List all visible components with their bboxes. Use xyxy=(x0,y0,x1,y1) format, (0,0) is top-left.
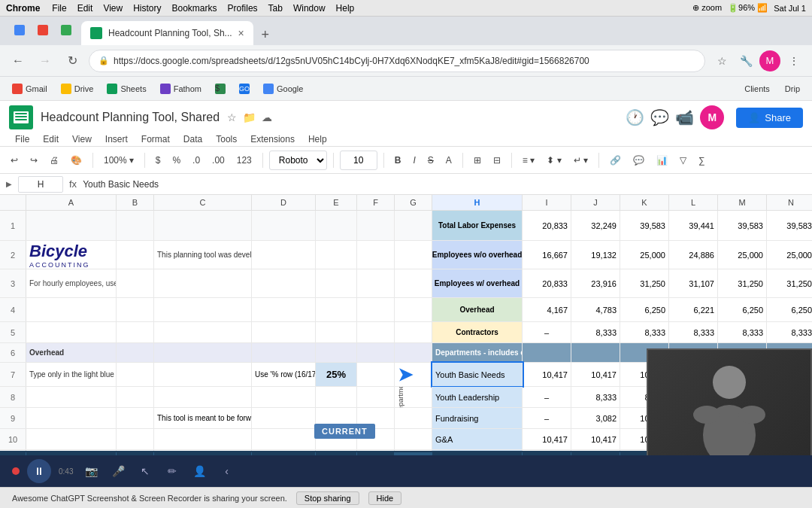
bm-dollar[interactable]: $ xyxy=(209,80,232,98)
cell-j2[interactable]: 19,132 xyxy=(571,241,620,269)
col-c[interactable]: C xyxy=(154,195,252,210)
cell-m3[interactable]: 31,250 xyxy=(718,269,767,297)
cell-m1[interactable]: 39,583 xyxy=(718,211,767,240)
cell-k4[interactable]: 6,250 xyxy=(620,298,669,321)
currency-button[interactable]: $ xyxy=(151,151,165,170)
menu-insert[interactable]: Insert xyxy=(99,132,134,146)
tab-other-1[interactable] xyxy=(9,20,30,41)
back-button[interactable]: ← xyxy=(8,50,29,71)
menu-edit[interactable]: Edit xyxy=(77,3,93,14)
borders-button[interactable]: ⊞ xyxy=(469,151,486,170)
cell-n3[interactable]: 31,250 xyxy=(767,269,812,297)
tab-close-button[interactable]: × xyxy=(238,27,244,39)
menu-data[interactable]: Data xyxy=(177,132,208,146)
person-tool[interactable]: 👤 xyxy=(189,461,210,482)
menu-format[interactable]: Format xyxy=(135,132,176,146)
col-n[interactable]: N xyxy=(767,195,812,210)
col-f[interactable]: F xyxy=(357,195,395,210)
bm-drive[interactable]: Drive xyxy=(55,80,100,98)
bm-google[interactable]: Google xyxy=(257,80,309,98)
paint-format-button[interactable]: 🎨 xyxy=(66,151,86,170)
bm-fathom[interactable]: Fathom xyxy=(154,80,208,98)
menu-extensions[interactable]: Extensions xyxy=(244,132,301,146)
cell-k3[interactable]: 31,250 xyxy=(620,269,669,297)
hide-button[interactable]: Hide xyxy=(368,491,402,505)
cell-l2[interactable]: 24,886 xyxy=(669,241,718,269)
cell-n5[interactable]: 8,333 xyxy=(767,322,812,342)
menu-view[interactable]: View xyxy=(103,3,123,14)
col-i[interactable]: I xyxy=(523,195,571,210)
menu-profiles[interactable]: Profiles xyxy=(228,3,258,14)
menu-edit[interactable]: Edit xyxy=(37,132,65,146)
collapse-tool[interactable]: ‹ xyxy=(216,461,237,482)
menu-help[interactable]: Help xyxy=(336,3,355,14)
decrease-decimal-button[interactable]: .0 xyxy=(188,151,205,170)
cell-i3[interactable]: 20,833 xyxy=(523,269,571,297)
comment-button[interactable]: 💬 xyxy=(629,151,649,170)
align-button[interactable]: ≡ ▾ xyxy=(518,151,539,170)
wrap-button[interactable]: ↵ ▾ xyxy=(569,151,592,170)
cell-i9[interactable]: – xyxy=(523,408,571,428)
font-selector[interactable]: Roboto xyxy=(269,151,327,170)
menu-view[interactable]: View xyxy=(66,132,98,146)
share-button[interactable]: 👤 Share xyxy=(736,108,803,128)
cell-j1[interactable]: 32,249 xyxy=(571,211,620,240)
font-size-input[interactable] xyxy=(340,151,377,170)
cell-k5[interactable]: 8,333 xyxy=(620,322,669,342)
forward-button[interactable]: → xyxy=(35,50,56,71)
cell-h10-ga[interactable]: G&A xyxy=(432,429,523,449)
number-format-button[interactable]: 123 xyxy=(232,151,256,170)
menu-file[interactable]: File xyxy=(52,3,66,14)
cell-i1[interactable]: 20,833 xyxy=(523,211,571,240)
refresh-button[interactable]: ↻ xyxy=(62,50,83,71)
menu-tools[interactable]: Tools xyxy=(210,132,243,146)
cell-l3[interactable]: 31,107 xyxy=(669,269,718,297)
cell-n2[interactable]: 25,000 xyxy=(767,241,812,269)
cell-k2[interactable]: 25,000 xyxy=(620,241,669,269)
menu-window[interactable]: Window xyxy=(293,3,326,14)
cell-k1[interactable]: 39,583 xyxy=(620,211,669,240)
percent-button[interactable]: % xyxy=(168,151,185,170)
col-e[interactable]: E xyxy=(316,195,357,210)
cell-i2[interactable]: 16,667 xyxy=(523,241,571,269)
bm-sheets[interactable]: Sheets xyxy=(101,80,152,98)
mic-tool[interactable]: 🎤 xyxy=(108,461,129,482)
zoom-selector[interactable]: 100% ▾ xyxy=(99,151,138,170)
cell-j5[interactable]: 8,333 xyxy=(571,322,620,342)
cell-h8-youth-leadership[interactable]: Youth Leadership xyxy=(432,387,523,407)
formula-content[interactable]: Youth Basic Needs xyxy=(83,179,806,190)
cell-l5[interactable]: 8,333 xyxy=(669,322,718,342)
tab-other-3[interactable] xyxy=(56,20,77,41)
history-icon[interactable]: 🕐 xyxy=(626,108,644,126)
cell-i7[interactable]: 10,417 xyxy=(523,363,571,386)
pause-button[interactable]: ⏸ xyxy=(27,459,51,483)
undo-button[interactable]: ↩ xyxy=(6,151,23,170)
move-icon[interactable]: 📁 xyxy=(243,111,256,123)
cell-reference-box[interactable]: H xyxy=(18,176,63,193)
user-avatar[interactable]: M xyxy=(700,105,724,129)
active-tab[interactable]: Headcount Planning Tool, Sh... × xyxy=(81,21,253,45)
col-d[interactable]: D xyxy=(252,195,316,210)
col-k[interactable]: K xyxy=(620,195,669,210)
cell-m5[interactable]: 8,333 xyxy=(718,322,767,342)
col-h[interactable]: H xyxy=(432,195,523,210)
cell-j10[interactable]: 10,417 xyxy=(571,429,620,449)
cell-n4[interactable]: 6,250 xyxy=(767,298,812,321)
menu-tab[interactable]: Tab xyxy=(268,3,283,14)
menu-file[interactable]: File xyxy=(9,132,35,146)
merge-button[interactable]: ⊟ xyxy=(489,151,505,170)
link-button[interactable]: 🔗 xyxy=(605,151,626,170)
cell-j9[interactable]: 3,082 xyxy=(571,408,620,428)
cell-e7-overhead-val[interactable]: 25% xyxy=(316,363,357,386)
extensions-icon[interactable]: 🔧 xyxy=(735,50,756,71)
bm-go[interactable]: GO xyxy=(233,80,256,98)
col-m[interactable]: M xyxy=(718,195,767,210)
valign-button[interactable]: ⬍ ▾ xyxy=(542,151,565,170)
tab-other-2[interactable] xyxy=(32,20,53,41)
cell-j4[interactable]: 4,783 xyxy=(571,298,620,321)
menu-bookmarks[interactable]: Bookmarks xyxy=(172,3,217,14)
col-b[interactable]: B xyxy=(117,195,154,210)
col-a[interactable]: A xyxy=(26,195,117,210)
bm-clients[interactable]: Clients xyxy=(738,80,776,98)
chat-icon[interactable]: 💬 xyxy=(650,108,669,126)
